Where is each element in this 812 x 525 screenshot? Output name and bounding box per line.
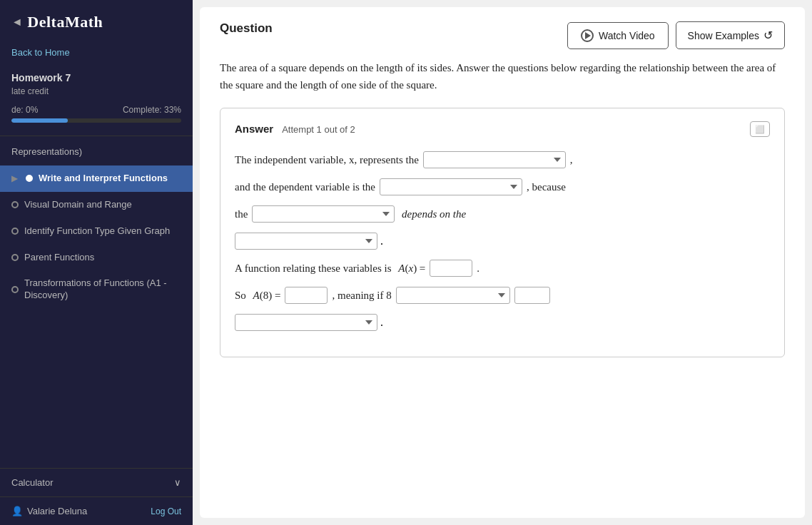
function-prefix: A function relating these variables is [235,262,394,275]
depends-object-row: length of one side area . [235,233,770,250]
meaning-input[interactable] [514,287,550,304]
calculator-label: Calculator [11,477,54,488]
depends-subject-select[interactable]: area length of one side [252,205,395,223]
parent-dot [11,254,19,261]
progress-bar-bg [11,118,181,123]
logo: ◄ DeltaMath [0,0,193,41]
visual-domain-label: Visual Domain and Range [24,199,132,211]
so-meaning: , meaning if 8 [332,290,391,302]
function-period: . [477,262,479,275]
play-icon [581,29,594,42]
answer-header: Answer Attempt 1 out of 2 ⬜ [235,121,770,137]
meaning-select[interactable] [396,287,510,304]
function-row: A function relating these variables is A… [235,260,770,277]
sidebar-divider-1 [0,136,193,136]
grade-label: de: 0% [11,105,38,115]
show-examples-label: Show Examples [688,30,759,41]
so-input[interactable] [285,287,328,304]
identify-label: Identify Function Type Given Graph [24,225,170,238]
progress-labels: de: 0% Complete: 33% [11,105,181,115]
active-dot [26,175,33,182]
sidebar-item-transformations[interactable]: Transformations of Functions (A1 - Disco… [0,270,193,309]
transform-label: Transformations of Functions (A1 - Disco… [24,277,181,302]
answer-header-left: Answer Attempt 1 out of 2 [235,123,355,136]
dependent-variable-row: and the dependent variable is the area l… [235,178,770,195]
period-after-depends: . [380,235,383,248]
question-text: The area of a square depends on the leng… [220,59,785,93]
sidebar-item-representations[interactable]: Representations) [0,139,193,165]
so-prefix: So [235,290,249,302]
user-name: Valarie Deluna [27,506,87,516]
final-select[interactable] [235,314,377,331]
final-dropdown-row: . [235,314,770,331]
homework-subtitle: late credit [0,85,193,103]
progress-area: de: 0% Complete: 33% [0,103,193,133]
so-row: So A(8) = , meaning if 8 [235,287,770,304]
function-input[interactable] [430,260,472,277]
question-header: Question Watch Video Show Examples ↺ [220,21,785,49]
logo-text: DeltaMath [27,13,103,31]
dependent-variable-select[interactable]: area length of one side [380,178,522,195]
sidebar-item-parent-functions[interactable]: Parent Functions [0,245,193,271]
sidebar-item-visual-domain[interactable]: Visual Domain and Range [0,192,193,218]
sidebar-item-write-interpret[interactable]: ▶ Write and Interpret Functions [0,165,193,192]
watch-video-label: Watch Video [599,30,655,41]
progress-bar-fill [11,118,68,123]
calculator-chevron: ∨ [174,477,181,488]
homework-title: Homework 7 [0,68,193,85]
user-icon: 👤 [11,506,23,516]
line3-prefix: the [235,208,248,220]
identify-dot [11,228,19,235]
depends-on-row: the area length of one side depends on t… [235,205,770,223]
sidebar-item-identify-function[interactable]: Identify Function Type Given Graph [0,218,193,245]
calculator-item[interactable]: Calculator ∨ [0,469,193,496]
question-label: Question [220,21,273,36]
attempt-label: Attempt 1 out of 2 [282,124,355,135]
expand-icon[interactable]: ⬜ [750,121,770,137]
representations-label: Representations) [11,146,82,158]
user-item[interactable]: 👤 Valarie Deluna Log Out [0,496,193,525]
independent-variable-select[interactable]: length of one side area of the square [423,151,566,168]
function-name: A(x) = [398,262,425,275]
play-triangle [585,32,591,39]
line1-suffix: , [570,154,573,166]
line2-suffix: , because [527,181,566,193]
sidebar-bottom: Calculator ∨ 👤 Valarie Deluna Log Out [0,468,193,525]
independent-variable-row: The independent variable, x, represents … [235,151,770,168]
header-buttons: Watch Video Show Examples ↺ [567,21,785,49]
depends-on-text: depends on the [399,208,466,220]
main-inner: Question Watch Video Show Examples ↺ The… [200,7,805,518]
show-examples-button[interactable]: Show Examples ↺ [676,21,785,49]
final-period: . [380,316,383,329]
arrow-right-icon: ▶ [11,173,17,183]
answer-label: Answer [235,123,273,135]
so-function: A(8) = [253,290,281,302]
complete-label: Complete: 33% [123,105,181,115]
write-interpret-label: Write and Interpret Functions [39,173,168,185]
visual-domain-dot [11,201,19,208]
transform-dot [11,286,19,293]
main-content: Question Watch Video Show Examples ↺ The… [193,0,812,525]
depends-object-select[interactable]: length of one side area [235,233,377,250]
cursor-icon: ↺ [763,29,773,42]
logout-link[interactable]: Log Out [151,506,181,516]
line1-prefix: The independent variable, x, represents … [235,154,419,166]
line2-prefix: and the dependent variable is the [235,181,375,193]
answer-box: Answer Attempt 1 out of 2 ⬜ The independ… [220,108,785,357]
back-to-home-link[interactable]: Back to Home [0,41,193,68]
logo-arrow: ◄ [11,16,23,29]
watch-video-button[interactable]: Watch Video [567,22,669,49]
sidebar: ◄ DeltaMath Back to Home Homework 7 late… [0,0,193,525]
parent-label: Parent Functions [24,252,94,264]
